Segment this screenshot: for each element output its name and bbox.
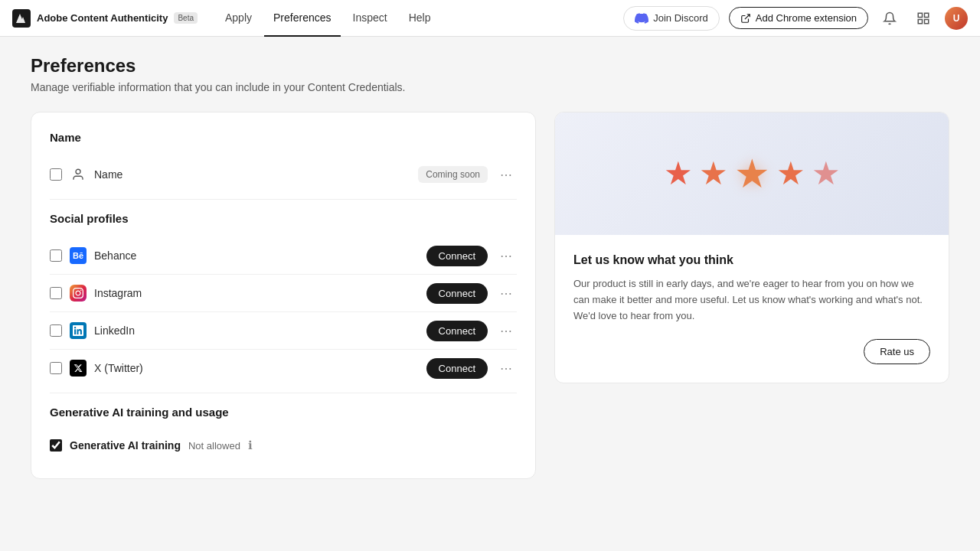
logo-area: Adobe Content Authenticity Beta xyxy=(12,9,198,28)
discord-icon xyxy=(635,11,648,25)
behance-more-button[interactable]: ⋯ xyxy=(495,245,517,266)
feedback-text: Our product is still in early days, and … xyxy=(573,276,930,324)
grid-icon xyxy=(916,11,930,25)
nav: Apply Preferences Inspect Help xyxy=(216,0,623,37)
feedback-body: Let us know what you think Our product i… xyxy=(555,235,949,383)
name-row: Name Coming soon ⋯ xyxy=(50,156,517,193)
chrome-extension-button[interactable]: Add Chrome extension xyxy=(729,7,868,29)
feedback-footer: Rate us xyxy=(573,339,930,364)
gen-ai-training-status: Not allowed xyxy=(188,440,240,452)
adobe-logo-icon xyxy=(12,9,31,28)
behance-row: Bē Behance Connect ⋯ xyxy=(50,237,517,275)
feedback-title: Let us know what you think xyxy=(573,253,930,267)
behance-icon: Bē xyxy=(70,247,87,264)
linkedin-row: LinkedIn Connect ⋯ xyxy=(50,312,517,350)
chrome-label: Add Chrome extension xyxy=(756,12,857,24)
behance-connect-button[interactable]: Connect xyxy=(426,246,488,266)
linkedin-label: LinkedIn xyxy=(94,324,419,337)
info-icon[interactable]: ℹ xyxy=(248,439,253,452)
name-section: Name Name Coming soon ⋯ xyxy=(50,131,517,193)
name-label: Name xyxy=(94,168,410,181)
gen-ai-training-label: Generative AI training xyxy=(70,439,181,452)
instagram-checkbox[interactable] xyxy=(50,287,62,299)
notifications-button[interactable] xyxy=(877,6,902,31)
twitter-label: X (Twitter) xyxy=(94,362,419,374)
divider-1 xyxy=(50,199,517,200)
discord-button[interactable]: Join Discord xyxy=(623,6,720,31)
instagram-icon xyxy=(70,285,87,302)
stars-banner: ★ ★ ★ ★ ★ xyxy=(555,112,949,235)
instagram-row: Instagram Connect ⋯ xyxy=(50,275,517,312)
svg-rect-4 xyxy=(925,19,929,23)
gen-ai-training-row: Generative AI training Not allowed ℹ xyxy=(50,431,517,460)
page-title: Preferences xyxy=(31,55,949,77)
twitter-checkbox[interactable] xyxy=(50,362,62,374)
divider-2 xyxy=(50,393,517,393)
gen-ai-section-title: Generative AI training and usage xyxy=(50,406,517,419)
instagram-label: Instagram xyxy=(94,287,419,299)
gen-ai-section: Generative AI training and usage Generat… xyxy=(50,406,517,460)
star-5: ★ xyxy=(812,158,841,190)
linkedin-connect-button[interactable]: Connect xyxy=(426,321,488,341)
left-card: Name Name Coming soon ⋯ Social profiles xyxy=(31,112,536,479)
social-section: Social profiles Bē Behance Connect ⋯ xyxy=(50,212,517,386)
nav-item-inspect[interactable]: Inspect xyxy=(344,0,397,37)
main-content: Preferences Manage verifiable informatio… xyxy=(0,0,980,510)
content-row: Name Name Coming soon ⋯ Social profiles xyxy=(31,112,949,479)
linkedin-checkbox[interactable] xyxy=(50,324,62,337)
twitter-more-button[interactable]: ⋯ xyxy=(495,357,517,379)
nav-item-preferences[interactable]: Preferences xyxy=(264,0,340,37)
instagram-connect-button[interactable]: Connect xyxy=(426,283,488,304)
twitter-icon xyxy=(70,360,87,377)
svg-rect-1 xyxy=(918,13,922,17)
linkedin-more-button[interactable]: ⋯ xyxy=(495,320,517,341)
coming-soon-badge: Coming soon xyxy=(418,166,488,183)
nav-item-apply[interactable]: Apply xyxy=(216,0,261,37)
svg-rect-2 xyxy=(925,13,929,17)
header: Adobe Content Authenticity Beta Apply Pr… xyxy=(0,0,980,37)
star-4: ★ xyxy=(776,158,805,190)
svg-rect-3 xyxy=(918,19,922,23)
external-link-icon xyxy=(740,13,751,24)
nav-item-help[interactable]: Help xyxy=(400,0,440,37)
apps-button[interactable] xyxy=(911,6,936,31)
beta-badge: Beta xyxy=(174,12,198,24)
name-more-button[interactable]: ⋯ xyxy=(495,164,517,185)
header-right: Join Discord Add Chrome extension U xyxy=(623,6,968,31)
social-section-title: Social profiles xyxy=(50,212,517,225)
twitter-row: X (Twitter) Connect ⋯ xyxy=(50,350,517,386)
bell-icon xyxy=(883,11,897,25)
page-subtitle: Manage verifiable information that you c… xyxy=(31,81,949,93)
twitter-connect-button[interactable]: Connect xyxy=(426,358,488,379)
linkedin-icon xyxy=(70,322,87,339)
name-checkbox[interactable] xyxy=(50,168,62,181)
discord-label: Join Discord xyxy=(653,12,708,24)
behance-label: Behance xyxy=(94,249,419,262)
gen-ai-training-checkbox[interactable] xyxy=(50,439,62,452)
star-3: ★ xyxy=(734,154,770,194)
logo-text: Adobe Content Authenticity xyxy=(37,12,168,24)
star-1: ★ xyxy=(664,158,693,190)
right-card: ★ ★ ★ ★ ★ Let us know what you think Our… xyxy=(554,112,949,383)
instagram-more-button[interactable]: ⋯ xyxy=(495,282,517,304)
rate-us-button[interactable]: Rate us xyxy=(864,339,930,364)
star-2: ★ xyxy=(699,158,728,190)
avatar[interactable]: U xyxy=(945,7,968,30)
name-section-title: Name xyxy=(50,131,517,144)
behance-checkbox[interactable] xyxy=(50,249,62,262)
person-icon xyxy=(70,166,87,183)
